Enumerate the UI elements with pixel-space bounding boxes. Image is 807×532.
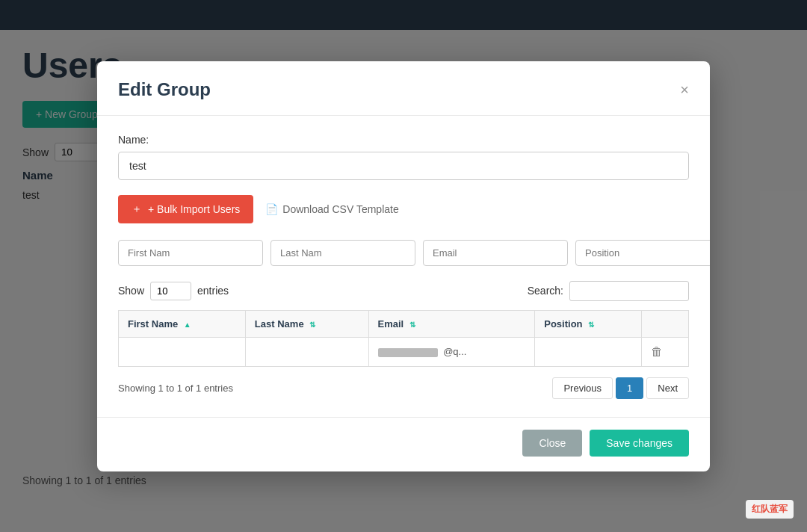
add-user-row: + Add <box>118 240 689 266</box>
watermark: 红队蓝军 <box>746 500 794 519</box>
cell-delete: 🗑 <box>641 337 688 366</box>
first-name-header: First Name <box>128 318 178 330</box>
table-footer: Showing 1 to 1 of 1 entries Previous 1 N… <box>118 377 689 399</box>
name-label: Name: <box>118 134 689 146</box>
email-input[interactable] <box>423 240 568 266</box>
position-sort-icon[interactable]: ⇅ <box>588 321 594 329</box>
col-email: Email ⇅ <box>368 310 535 337</box>
position-header: Position <box>544 318 582 330</box>
delete-icon[interactable]: 🗑 <box>651 345 663 358</box>
first-name-sort-icon[interactable]: ▲ <box>184 321 191 329</box>
close-button[interactable]: Close <box>522 430 582 457</box>
modal-header: Edit Group × <box>97 61 710 116</box>
search-input[interactable] <box>569 281 689 301</box>
previous-button[interactable]: Previous <box>552 377 613 399</box>
pagination: Previous 1 Next <box>552 377 689 399</box>
entries-label: entries <box>197 285 229 297</box>
modal-title: Edit Group <box>118 79 211 100</box>
action-row: ＋ + Bulk Import Users 📄 Download CSV Tem… <box>118 195 689 223</box>
modal-footer: Close Save changes <box>97 417 710 471</box>
last-name-header: Last Name <box>255 318 304 330</box>
position-input[interactable] <box>575 240 710 266</box>
name-input[interactable] <box>118 152 689 180</box>
col-first-name: First Name ▲ <box>119 310 246 337</box>
entries-info: Showing 1 to 1 of 1 entries <box>118 383 233 394</box>
modal-close-button[interactable]: × <box>680 82 689 97</box>
search-box: Search: <box>528 281 689 301</box>
modal-overlay: Edit Group × Name: ＋ + Bulk Import Users… <box>0 0 807 532</box>
table-controls: Show entries Search: <box>118 281 689 301</box>
modal-body: Name: ＋ + Bulk Import Users 📄 Download C… <box>97 116 710 417</box>
col-position: Position ⇅ <box>535 310 641 337</box>
cell-last-name <box>245 337 368 366</box>
search-label: Search: <box>528 285 563 297</box>
last-name-sort-icon[interactable]: ⇅ <box>309 321 315 329</box>
download-csv-button[interactable]: 📄 Download CSV Template <box>265 203 398 215</box>
show-label: Show <box>118 285 144 297</box>
cell-first-name <box>119 337 246 366</box>
email-sort-icon[interactable]: ⇅ <box>409 321 415 329</box>
edit-group-modal: Edit Group × Name: ＋ + Bulk Import Users… <box>97 61 710 471</box>
show-entries-input[interactable] <box>150 282 191 300</box>
table-row: @q... 🗑 <box>119 337 689 366</box>
file-icon: 📄 <box>265 203 278 215</box>
bulk-import-label: + Bulk Import Users <box>148 203 240 215</box>
first-name-input[interactable] <box>118 240 263 266</box>
next-button[interactable]: Next <box>646 377 689 399</box>
page-1-button[interactable]: 1 <box>616 377 643 399</box>
table-body: @q... 🗑 <box>119 337 689 366</box>
last-name-input[interactable] <box>270 240 415 266</box>
col-actions <box>641 310 688 337</box>
plus-icon: ＋ <box>132 202 142 216</box>
cell-position <box>535 337 641 366</box>
table-header-row: First Name ▲ Last Name ⇅ Email ⇅ Posit <box>119 310 689 337</box>
email-suffix: @q... <box>443 346 466 357</box>
cell-email: @q... <box>368 337 535 366</box>
email-header: Email <box>378 318 404 330</box>
download-csv-label: Download CSV Template <box>282 203 398 215</box>
users-table: First Name ▲ Last Name ⇅ Email ⇅ Posit <box>118 310 689 367</box>
show-entries-control: Show entries <box>118 282 229 300</box>
save-changes-button[interactable]: Save changes <box>590 430 689 457</box>
col-last-name: Last Name ⇅ <box>245 310 368 337</box>
email-blurred <box>378 348 438 357</box>
bulk-import-button[interactable]: ＋ + Bulk Import Users <box>118 195 253 223</box>
table-head: First Name ▲ Last Name ⇅ Email ⇅ Posit <box>119 310 689 337</box>
